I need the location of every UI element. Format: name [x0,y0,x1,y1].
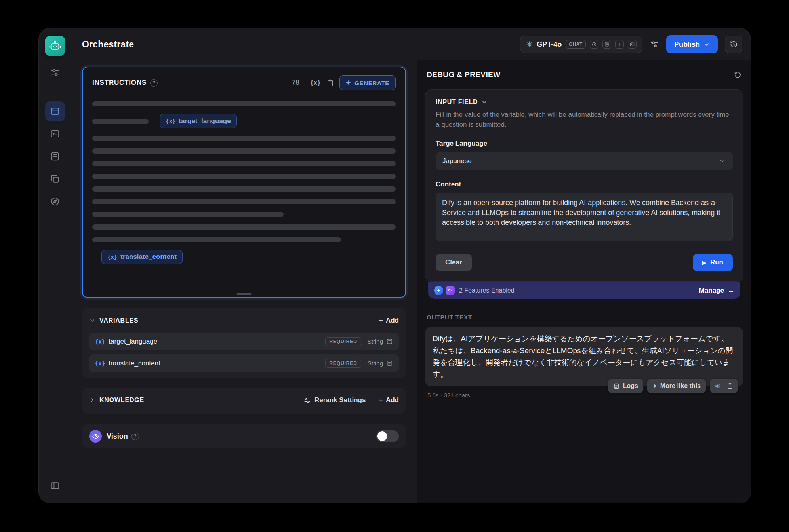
app-logo [45,36,65,56]
model-capability-document-icon [602,40,611,49]
redacted-line [92,186,396,192]
manage-label: Manage [699,287,724,294]
variable-token-icon: {x} [107,254,117,260]
variable-type-button[interactable]: String [368,360,393,367]
model-capability-audio-icon [615,40,624,49]
variables-collapse-button[interactable] [89,317,95,324]
openai-logo-icon: ✳ [526,40,533,48]
more-like-this-button[interactable]: ✦ More like this [647,379,706,393]
sidebar-item-orchestrate[interactable] [45,101,65,121]
run-button[interactable]: ▶ Run [693,254,733,271]
feature-tts-icon [446,286,455,295]
knowledge-title: KNOWLEDGE [99,397,144,404]
variable-chip-label: target_language [179,117,231,125]
vision-help-icon[interactable]: ? [132,433,139,440]
app-window: Orchestrate ✳ GPT-4o CHAT [38,28,751,503]
input-field-collapse-button[interactable]: INPUT FIELD [436,99,733,106]
sparkle-icon: ✦ [346,79,351,86]
output-tools [710,379,738,393]
sidebar-item-logs[interactable] [45,146,65,166]
logs-button[interactable]: Logs [608,379,643,393]
copy-prompt-button[interactable] [326,79,334,87]
variable-name: target_language [109,338,157,346]
publish-button[interactable]: Publish [666,35,718,53]
rerank-settings-label: Rerank Settings [314,396,366,404]
insert-variable-button[interactable]: {x} [310,79,321,86]
variable-type-label: String [368,360,383,367]
target-language-value: Japanese [442,157,472,165]
chevron-down-icon [89,317,95,324]
collapse-sidebar-button[interactable] [45,476,65,496]
text-to-speech-button[interactable] [714,382,722,390]
publish-label: Publish [674,40,700,49]
sidebar-item-annotations[interactable] [45,169,65,189]
features-enabled-label: 2 Features Enabled [459,287,515,294]
divider [372,397,372,404]
redacted-line [92,161,396,166]
vision-panel: Vision ? [82,424,406,448]
input-field-description: Fill in the value of the variable, which… [436,110,733,129]
generate-label: GENERATE [354,80,389,86]
panel-left-icon [50,481,60,491]
variable-token-icon: {x} [95,360,105,367]
variable-chip-translate-content[interactable]: {x} translate_content [101,250,183,264]
knowledge-expand-button[interactable] [89,397,95,403]
resize-handle[interactable] [237,293,251,295]
sidebar [39,28,71,503]
sidebar-item-monitoring[interactable] [45,192,65,211]
page-title: Orchestrate [82,39,134,50]
variable-token-icon: {x} [95,338,105,345]
clipboard-icon [326,79,334,87]
clear-button[interactable]: Clear [436,254,472,271]
instructions-help-icon[interactable]: ? [150,79,158,87]
logs-label: Logs [623,382,638,390]
compass-icon [50,196,60,207]
variable-row-translate-content[interactable]: {x} translate_content REQUIRED String [89,354,399,372]
variable-chip-label: translate_content [120,253,177,261]
sidebar-nav [45,101,65,211]
variable-chip-target-language[interactable]: {x} target_language [160,114,237,128]
redacted-line [92,199,396,204]
target-language-label: Targe Language [436,140,733,148]
features-bar: ✦ 2 Features Enabled Manage → [428,282,740,299]
sidebar-item-settings[interactable] [45,63,65,82]
output-text: Difyは、AIアプリケーションを構築するためのオープンソースプラットフォームで… [425,327,743,386]
restart-debug-button[interactable] [733,70,742,79]
divider [478,317,742,317]
add-label: Add [386,396,399,404]
copy-output-button[interactable] [726,382,734,390]
clipboard-icon [726,382,734,390]
add-variable-button[interactable]: + Add [379,317,399,325]
redacted-line [92,136,396,141]
debug-preview-panel: DEBUG & PREVIEW INPUT FIELD Fill in the … [417,60,751,503]
plus-icon: + [379,317,383,325]
instructions-editor[interactable]: INSTRUCTIONS ? 78 {x} ✦ GENERATE [82,66,406,298]
vision-label: Vision [107,432,128,441]
vision-eye-icon [89,430,102,443]
add-knowledge-button[interactable]: + Add [379,396,399,405]
target-language-select[interactable]: Japanese [436,152,733,170]
orchestrate-panel: INSTRUCTIONS ? 78 {x} ✦ GENERATE [71,60,417,503]
input-field-card: INPUT FIELD Fill in the value of the var… [425,89,743,282]
redacted-line [92,174,396,179]
variables-title: VARIABLES [99,317,138,324]
model-parameters-button[interactable] [650,40,659,49]
more-like-this-label: More like this [660,382,701,390]
chevron-down-icon [703,41,710,48]
variable-row-target-language[interactable]: {x} target_language REQUIRED String [89,332,399,350]
generate-button[interactable]: ✦ GENERATE [339,75,396,90]
manage-features-button[interactable]: Manage → [699,287,734,294]
content-textarea[interactable]: Dify is an open-source platform for buil… [436,193,733,241]
model-selector[interactable]: ✳ GPT-4o CHAT [520,36,642,53]
history-clock-icon [729,40,738,49]
variable-token-icon: {x} [166,118,175,124]
vision-toggle[interactable] [376,430,399,442]
variable-type-button[interactable]: String [368,338,393,345]
arrow-right-icon: → [728,287,734,294]
history-button[interactable] [725,36,742,53]
rerank-settings-button[interactable]: Rerank Settings [303,396,366,404]
clear-label: Clear [445,258,462,266]
redacted-line [92,237,341,242]
variable-name: translate_content [109,359,160,367]
sidebar-item-terminal[interactable] [45,124,65,144]
